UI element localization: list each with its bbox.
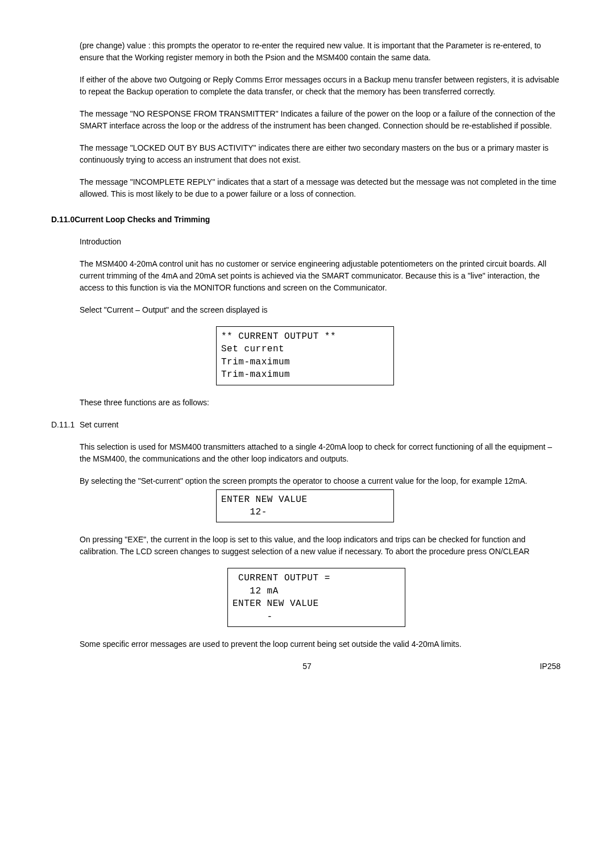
- paragraph: Select "Current – Output" and the screen…: [80, 304, 563, 316]
- paragraph: The MSM400 4-20mA control unit has no cu…: [80, 258, 563, 294]
- paragraph: (pre change) value : this prompts the op…: [80, 40, 563, 64]
- document-code: IP258: [515, 661, 561, 672]
- paragraph: Some specific error messages are used to…: [80, 638, 563, 650]
- section-number: D.11.0: [51, 214, 74, 226]
- section-heading-d11-1: D.11.1 Set current: [51, 419, 563, 431]
- lcd-screen-current-output-menu: ** CURRENT OUTPUT ** Set current Trim-ma…: [216, 326, 394, 385]
- paragraph: The message "LOCKED OUT BY BUS ACTIVITY"…: [80, 142, 563, 166]
- paragraph: By selecting the "Set-current" option th…: [80, 475, 563, 487]
- page-number: 57: [99, 661, 515, 672]
- subheading-introduction: Introduction: [80, 236, 563, 248]
- section-title: Set current: [80, 419, 118, 431]
- section-heading-d11-0: D.11.0Current Loop Checks and Trimming: [51, 214, 563, 226]
- section-number: D.11.1: [51, 419, 80, 431]
- section-title: Current Loop Checks and Trimming: [74, 215, 210, 224]
- footer-left-spacer: [53, 661, 99, 672]
- paragraph: The message "INCOMPLETE REPLY" indicates…: [80, 176, 563, 200]
- lcd-screen-current-output-value: CURRENT OUTPUT = 12 mA ENTER NEW VALUE -: [227, 568, 405, 627]
- paragraph: This selection is used for MSM400 transm…: [80, 441, 563, 465]
- paragraph: On pressing "EXE", the current in the lo…: [80, 534, 563, 558]
- paragraph: If either of the above two Outgoing or R…: [80, 74, 563, 98]
- paragraph: The message "NO RESPONSE FROM TRANSMITTE…: [80, 108, 563, 132]
- lcd-screen-enter-new-value: ENTER NEW VALUE 12-: [216, 489, 394, 523]
- paragraph: These three functions are as follows:: [80, 397, 563, 409]
